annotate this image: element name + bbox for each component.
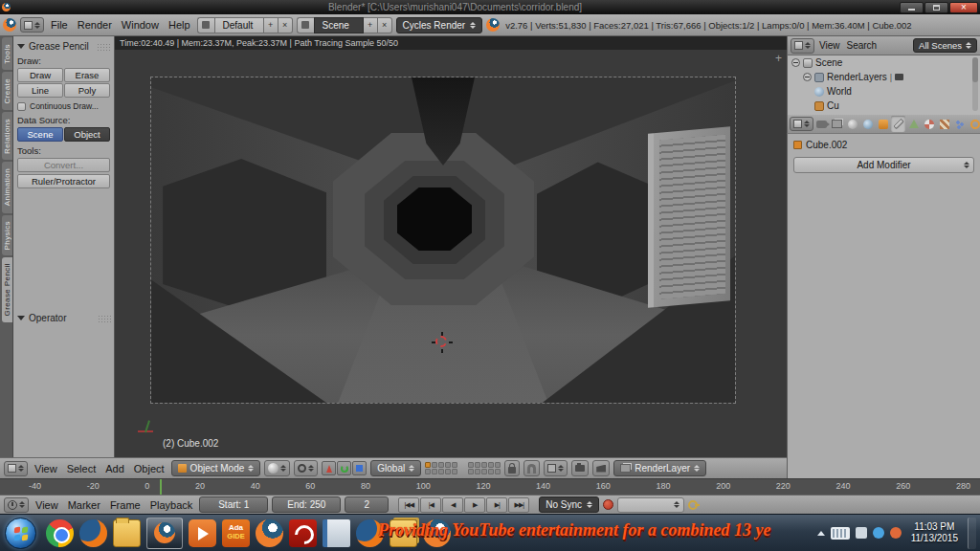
blender-logo-icon[interactable] <box>3 18 16 32</box>
grease-pencil-panel-header[interactable]: Grease Pencil <box>17 41 110 52</box>
tab-render[interactable] <box>814 116 829 132</box>
render-layer-selector[interactable]: RenderLayer <box>613 460 706 476</box>
tab-world[interactable] <box>860 116 875 132</box>
scene-browse-icon[interactable] <box>297 17 314 33</box>
draw-button[interactable]: Draw <box>17 68 63 82</box>
minimize-button[interactable] <box>900 2 924 13</box>
close-button[interactable]: × <box>949 2 978 13</box>
properties-editor-type-button[interactable] <box>790 117 813 131</box>
media-player-icon[interactable] <box>189 519 216 547</box>
tab-material[interactable] <box>922 116 936 132</box>
breadcrumb-object-name[interactable]: Cube.002 <box>806 140 847 150</box>
rotate-manipulator-button[interactable] <box>337 461 351 475</box>
layer-grid-left[interactable] <box>425 462 457 474</box>
screen-browse-icon[interactable] <box>197 17 214 33</box>
firefox-icon[interactable] <box>79 519 107 547</box>
tab-render-layers[interactable] <box>830 116 844 132</box>
viewport-editor-type-button[interactable] <box>4 461 28 476</box>
tab-modifiers[interactable] <box>891 116 905 132</box>
opengl-render-button[interactable] <box>571 460 589 476</box>
screen-layout-selector[interactable]: Default + × <box>197 17 293 33</box>
lock-to-scene-button[interactable] <box>504 460 520 476</box>
tab-grease-pencil[interactable]: Grease Pencil <box>2 257 12 322</box>
viewport-menu-add[interactable]: Add <box>102 463 127 474</box>
collapse-icon[interactable] <box>803 73 812 81</box>
timeline-menu-marker[interactable]: Marker <box>65 499 103 511</box>
opengl-render-anim-button[interactable] <box>592 460 610 476</box>
poly-button[interactable]: Poly <box>64 83 110 98</box>
start-button[interactable] <box>5 518 36 549</box>
tab-relations[interactable]: Relations <box>2 112 12 160</box>
timeline-menu-view[interactable]: View <box>33 499 61 511</box>
line-button[interactable]: Line <box>17 83 63 98</box>
tab-animation[interactable]: Animation <box>2 162 12 213</box>
tray-icon-3[interactable] <box>890 527 902 539</box>
tab-scene[interactable] <box>845 116 859 132</box>
insert-keyframe-icon[interactable] <box>688 499 700 510</box>
add-modifier-button[interactable]: Add Modifier <box>793 157 974 173</box>
snap-toggle-button[interactable] <box>523 460 540 476</box>
show-hidden-icons-button[interactable] <box>817 531 825 536</box>
frame-end-field[interactable]: End: 250 <box>272 496 341 513</box>
viewport-menu-select[interactable]: Select <box>64 463 100 474</box>
menu-help[interactable]: Help <box>166 19 193 31</box>
source-scene-button[interactable]: Scene <box>17 127 63 142</box>
current-frame-field[interactable]: 2 <box>345 496 389 513</box>
sync-mode-selector[interactable]: No Sync <box>539 496 599 513</box>
tab-physics[interactable] <box>968 116 980 132</box>
menu-file[interactable]: File <box>48 19 71 31</box>
maximize-button[interactable] <box>924 2 948 13</box>
current-frame-marker[interactable] <box>160 479 162 495</box>
render-engine-selector[interactable]: Cycles Render <box>396 17 483 33</box>
keying-set-selector[interactable] <box>617 497 684 513</box>
tray-icon-2[interactable] <box>873 527 884 539</box>
screen-add-button[interactable]: + <box>264 17 278 33</box>
timeline-menu-frame[interactable]: Frame <box>107 499 144 511</box>
jump-to-start-button[interactable]: |◀◀ <box>398 497 419 513</box>
timeline-ruler[interactable]: -40 -20 0 20 40 60 80 100 120 140 160 18… <box>0 478 980 495</box>
source-object-button[interactable]: Object <box>64 127 110 142</box>
camera-restrict-icon[interactable] <box>895 74 903 80</box>
pivot-point-selector[interactable] <box>294 460 318 476</box>
tab-create[interactable]: Create <box>2 72 12 110</box>
tab-particles[interactable] <box>952 116 967 132</box>
transform-orientation-selector[interactable]: Global <box>370 460 421 476</box>
scene-name-value[interactable]: Scene <box>314 17 364 33</box>
screen-delete-button[interactable]: × <box>278 17 293 33</box>
continuous-draw-checkbox[interactable] <box>17 102 26 111</box>
show-desktop-button[interactable] <box>968 518 976 549</box>
layer-grid-right[interactable] <box>468 462 501 474</box>
outliner-item-scene[interactable]: Scene <box>788 55 980 70</box>
play-reverse-button[interactable]: ◀ <box>442 497 463 513</box>
editor-type-button[interactable] <box>20 17 44 33</box>
scene-add-button[interactable]: + <box>364 17 378 33</box>
n-panel-toggle-icon[interactable]: + <box>775 53 782 64</box>
tray-icon-1[interactable] <box>856 527 867 539</box>
scene-selector[interactable]: Scene + × <box>297 17 392 33</box>
outliner-item-renderlayers[interactable]: RenderLayers | <box>788 70 980 84</box>
outliner-item-world[interactable]: World <box>788 84 980 99</box>
operator-panel-header[interactable]: Operator <box>17 313 111 323</box>
next-keyframe-button[interactable]: ▶| <box>486 497 507 513</box>
outliner-editor-type-button[interactable] <box>791 38 814 54</box>
chrome-icon[interactable] <box>46 519 74 547</box>
outliner-menu-view[interactable]: View <box>817 40 842 51</box>
timeline-menu-playback[interactable]: Playback <box>147 499 196 511</box>
prev-keyframe-button[interactable]: |◀ <box>420 497 441 513</box>
menu-window[interactable]: Window <box>119 19 162 31</box>
outliner-item-cube[interactable]: Cu <box>788 99 980 113</box>
jump-to-end-button[interactable]: ▶▶| <box>508 497 529 513</box>
taskbar-clock[interactable]: 11:03 PM 11/13/2015 <box>911 521 958 544</box>
ada-gide-icon[interactable]: AdaGIDE <box>222 519 250 547</box>
frame-start-field[interactable]: Start: 1 <box>199 496 268 513</box>
erase-button[interactable]: Erase <box>64 68 110 82</box>
tab-object[interactable] <box>876 116 890 132</box>
viewport-shading-selector[interactable] <box>264 460 290 476</box>
scale-manipulator-button[interactable] <box>352 461 367 475</box>
explorer-folder-icon[interactable] <box>113 519 141 547</box>
tab-object-data[interactable] <box>906 116 921 132</box>
acrobat-reader-icon[interactable] <box>289 519 317 547</box>
outliner-scrollbar[interactable] <box>972 57 978 111</box>
convert-button[interactable]: Convert... <box>17 158 110 172</box>
viewport-menu-object[interactable]: Object <box>131 463 167 474</box>
